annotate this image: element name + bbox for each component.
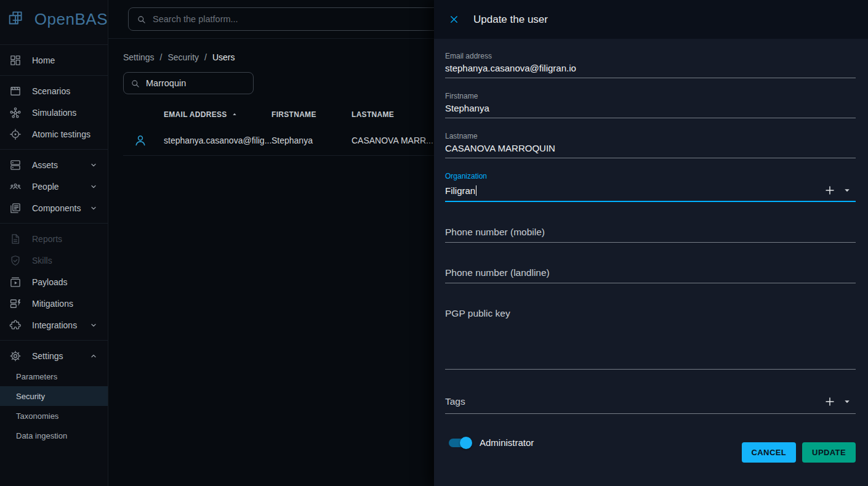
chevron-down-icon: [88, 181, 99, 192]
subscriptions-icon: [9, 276, 22, 288]
platform-search-input[interactable]: [153, 14, 465, 24]
search-icon: [136, 14, 147, 25]
sidebar-item-people[interactable]: People: [0, 176, 108, 197]
organization-field[interactable]: Organization Filigran: [445, 172, 856, 202]
field-underline-focused: [445, 201, 856, 202]
textarea-space: [445, 320, 856, 365]
sidebar-item-home[interactable]: Home: [0, 49, 108, 71]
dropdown-caret-icon[interactable]: [838, 182, 856, 199]
sidebar-item-label: Home: [32, 55, 99, 65]
breadcrumb-separator: /: [204, 52, 207, 62]
app-logo-text: OpenBAS: [34, 10, 108, 29]
tags-field[interactable]: Tags: [445, 394, 856, 414]
sidebar-item-label: Reports: [32, 234, 99, 244]
sidebar-item-label: Simulations: [32, 108, 99, 118]
drawer-footer: Administrator CANCEL UPDATE: [445, 432, 856, 463]
dynamic-form-icon: [9, 298, 22, 310]
chevron-down-icon: [88, 320, 99, 331]
sidebar-item-security[interactable]: Security: [0, 386, 108, 406]
sidebar: OpenBAS Home Scenarios Sim: [0, 0, 108, 486]
sidebar-item-payloads[interactable]: Payloads: [0, 271, 108, 293]
breadcrumb-separator: /: [160, 52, 163, 62]
chevron-up-icon: [88, 350, 99, 362]
drawer-header: Update the user: [434, 0, 868, 39]
phone-mobile-label: Phone number (mobile): [445, 226, 856, 238]
add-organization-icon[interactable]: [821, 182, 838, 199]
users-search-input[interactable]: [146, 78, 247, 88]
app-logo[interactable]: OpenBAS: [0, 0, 108, 39]
sidebar-item-parameters[interactable]: Parameters: [0, 367, 108, 386]
divider: [0, 44, 108, 45]
toggle-switch-on[interactable]: [449, 439, 470, 447]
divider: [0, 340, 108, 341]
sidebar-item-label: Scenarios: [32, 86, 99, 96]
email-field[interactable]: Email address stephanya.casanova@filigra…: [445, 52, 856, 78]
phone-landline-field[interactable]: Phone number (landline): [445, 267, 856, 283]
breadcrumb-security[interactable]: Security: [167, 52, 199, 62]
update-user-drawer: Update the user Email address stephanya.…: [434, 0, 868, 486]
document-icon: [9, 233, 22, 245]
search-icon: [130, 78, 140, 89]
sidebar-item-assets[interactable]: Assets: [0, 154, 108, 176]
column-header-label: EMAIL ADDRESS: [164, 110, 227, 119]
phone-landline-label: Phone number (landline): [445, 267, 856, 279]
cancel-button[interactable]: CANCEL: [742, 442, 797, 463]
divider: [0, 75, 108, 76]
close-icon[interactable]: [443, 9, 465, 31]
sidebar-item-components[interactable]: Components: [0, 197, 108, 219]
form-actions: CANCEL UPDATE: [742, 442, 856, 463]
tags-label: Tags: [445, 395, 821, 408]
sidebar-item-scenarios[interactable]: Scenarios: [0, 80, 108, 102]
platform-search[interactable]: [128, 7, 473, 31]
email-field-value[interactable]: stephanya.casanova@filigran.io: [445, 62, 856, 74]
pgp-public-key-label: PGP public key: [445, 307, 856, 320]
sidebar-item-atomic-testings[interactable]: Atomic testings: [0, 123, 108, 145]
sidebar-item-label: People: [32, 182, 88, 192]
administrator-toggle[interactable]: Administrator: [445, 432, 534, 448]
phone-mobile-field[interactable]: Phone number (mobile): [445, 226, 856, 243]
sidebar-item-integrations[interactable]: Integrations: [0, 314, 108, 336]
groups-icon: [9, 180, 22, 193]
update-button[interactable]: UPDATE: [802, 442, 856, 463]
sidebar-nav: Home Scenarios Simulations Atomic te: [0, 39, 108, 445]
sidebar-item-simulations[interactable]: Simulations: [0, 102, 108, 123]
sidebar-item-label: Atomic testings: [32, 129, 99, 139]
field-underline: [445, 158, 856, 158]
breadcrumb-settings[interactable]: Settings: [123, 52, 155, 62]
gear-icon: [9, 350, 22, 362]
firstname-field-value[interactable]: Stephanya: [445, 102, 856, 114]
lastname-field-value[interactable]: CASANOVA MARROQUIN: [445, 142, 856, 154]
dropdown-caret-icon[interactable]: [838, 393, 856, 410]
sidebar-item-settings[interactable]: Settings: [0, 345, 108, 367]
sidebar-item-label: Settings: [32, 351, 88, 361]
shield-check-icon: [9, 254, 22, 267]
sidebar-item-data-ingestion[interactable]: Data ingestion: [0, 426, 108, 445]
firstname-field[interactable]: Firstname Stephanya: [445, 92, 856, 118]
dashboard-icon: [9, 54, 22, 67]
sidebar-item-label: Skills: [32, 256, 99, 265]
email-field-label: Email address: [445, 52, 856, 60]
movie-icon: [9, 85, 22, 97]
toggle-thumb: [460, 437, 472, 449]
library-icon: [9, 202, 22, 214]
sidebar-item-label: Mitigations: [32, 299, 99, 309]
column-header-firstname[interactable]: FIRSTNAME: [271, 110, 352, 119]
breadcrumb-users: Users: [212, 52, 235, 62]
users-search[interactable]: [123, 72, 254, 94]
organization-field-value[interactable]: Filigran: [445, 185, 821, 196]
field-underline: [445, 369, 856, 370]
sidebar-item-label: Assets: [32, 160, 88, 170]
add-tag-icon[interactable]: [821, 393, 838, 410]
sidebar-item-taxonomies[interactable]: Taxonomies: [0, 406, 108, 426]
chevron-down-icon: [88, 160, 99, 171]
sort-asc-icon: [230, 110, 239, 119]
field-underline: [445, 283, 856, 283]
cell-email: stephanya.casanova@filig...: [164, 136, 271, 145]
pgp-public-key-field[interactable]: PGP public key: [445, 307, 856, 370]
divider: [0, 149, 108, 150]
lastname-field[interactable]: Lastname CASANOVA MARROQUIN: [445, 132, 856, 158]
sidebar-item-label: Components: [32, 203, 88, 213]
update-user-form: Email address stephanya.casanova@filigra…: [434, 39, 868, 463]
sidebar-item-mitigations[interactable]: Mitigations: [0, 293, 108, 314]
column-header-email[interactable]: EMAIL ADDRESS: [164, 110, 271, 119]
